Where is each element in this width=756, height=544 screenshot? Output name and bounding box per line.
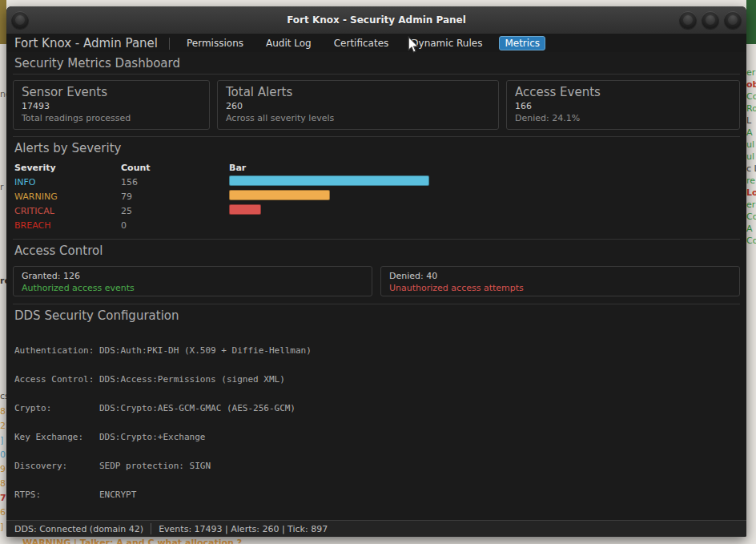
background-text-fragment: re (746, 176, 755, 186)
background-terminal-warning-text: WARNING | Talker: A and C what allocatio… (22, 538, 242, 544)
background-text-fragment: ] (0, 522, 3, 532)
desktop: { "desktop": { "bg_color": "#e9e6e1", "l… (0, 0, 756, 544)
access-control-section: Access Control Granted: 126 Authorized a… (13, 239, 740, 296)
background-text-fragment: ul (746, 152, 754, 162)
dashboard-title: Security Metrics Dashboard (13, 52, 740, 75)
metric-cards-row: Sensor Events 17493 Total readings proce… (13, 80, 740, 130)
info-bar (229, 175, 429, 186)
background-text-fragment: 8] (0, 407, 6, 417)
card-title: Total Alerts (226, 85, 490, 99)
background-text-fragment: A (746, 128, 753, 138)
tab-permissions[interactable]: Permissions (181, 36, 249, 50)
close-button[interactable] (724, 11, 742, 29)
minimize-button[interactable] (679, 11, 697, 29)
background-window-green-block (746, 0, 756, 44)
status-divider (151, 523, 151, 534)
background-text-fragment: 2] (0, 421, 6, 431)
dds-line: Access Control: DDS:Access:Permissions (… (14, 375, 738, 385)
metrics-content: Security Metrics Dashboard Sensor Events… (6, 52, 746, 521)
app-window: Fort Knox - Security Admin Panel Fort Kn… (6, 6, 746, 537)
severity-count: 79 (121, 191, 229, 202)
window-title: Fort Knox - Security Admin Panel (6, 6, 746, 34)
access-events-card: Access Events 166 Denied: 24.1% (506, 80, 740, 130)
access-cards-row: Granted: 126 Authorized access events De… (13, 266, 740, 296)
dds-line: Authentication: DDS:Auth:PKI-DH (X.509 +… (14, 346, 738, 356)
severity-table: Severity Count Bar INFO 156 WARNING 79 C… (14, 160, 738, 232)
background-window-gold-block (0, 0, 6, 44)
table-row-info: INFO 156 (14, 175, 738, 189)
status-counters: Events: 17493 | Alerts: 260 | Tick: 897 (159, 524, 328, 534)
card-value: 260 (226, 101, 490, 111)
background-text-fragment: er (746, 68, 755, 78)
tab-metrics[interactable]: Metrics (499, 36, 545, 50)
tab-dynamic-rules[interactable]: Dynamic Rules (405, 36, 488, 50)
severity-label: CRITICAL (14, 206, 121, 216)
background-text-fragment: ng (0, 90, 6, 99)
background-text-fragment: 7] (0, 494, 6, 503)
background-text-fragment: ul (746, 140, 754, 150)
right-edge-strip: erobCoRoLAululc LreLoerCoACo (746, 0, 756, 544)
card-title: Sensor Events (22, 85, 201, 99)
background-text-fragment: 6] (0, 508, 6, 518)
col-bar: Bar (229, 163, 738, 173)
background-text-fragment: Co (746, 92, 756, 102)
severity-count: 156 (121, 177, 229, 187)
background-text-fragment: 9] (0, 465, 6, 474)
maximize-button[interactable] (702, 11, 719, 29)
background-text-fragment: Co (746, 236, 756, 246)
denied-card: Denied: 40 Unauthorized access attempts (380, 266, 740, 296)
card-desc: Denied: 24.1% (515, 113, 731, 123)
nav-bar: Fort Knox - Admin Panel Permissions Audi… (6, 34, 746, 53)
severity-label: WARNING (14, 191, 121, 202)
granted-count: Granted: 126 (22, 271, 364, 281)
severity-label: INFO (14, 177, 121, 187)
dds-line: Key Exchange: DDS:Crypto:+Exchange (14, 433, 738, 442)
background-text-fragment: ] (0, 436, 3, 445)
severity-count: 0 (121, 220, 229, 231)
denied-count: Denied: 40 (389, 271, 731, 281)
table-row-breach: BREACH 0 (14, 218, 738, 232)
app-title: Fort Knox - Admin Panel (14, 36, 158, 50)
background-text-fragment: re (0, 276, 6, 286)
background-text-fragment: Co (746, 212, 756, 222)
col-count: Count (121, 163, 229, 173)
access-control-title: Access Control (13, 240, 740, 261)
severity-label: BREACH (14, 220, 121, 231)
background-text-fragment: cs (0, 392, 6, 401)
window-titlebar[interactable]: Fort Knox - Security Admin Panel (6, 6, 746, 34)
denied-desc: Unauthorized access attempts (389, 283, 731, 293)
dds-config-lines: Authentication: DDS:Auth:PKI-DH (X.509 +… (13, 326, 740, 524)
dds-connection-status: DDS: Connected (domain 42) (14, 524, 143, 534)
background-text-fragment: L (746, 116, 751, 126)
background-text-fragment: Lo (746, 188, 756, 198)
card-desc: Across all severity levels (226, 113, 490, 123)
critical-bar (229, 204, 261, 215)
dds-line: Discovery: SEDP protection: SIGN (14, 461, 738, 471)
background-text-fragment: 0] (0, 450, 6, 460)
left-edge-strip: ngrrecs8]2]]0]9]8]7]6]] (0, 0, 6, 544)
total-alerts-card: Total Alerts 260 Across all severity lev… (217, 80, 499, 130)
card-desc: Total readings processed (22, 113, 201, 123)
dds-config-title: DDS Security Configuration (13, 304, 740, 326)
tab-audit-log[interactable]: Audit Log (260, 36, 317, 50)
background-text-fragment: ob (746, 80, 756, 90)
dds-line: RTPS: ENCRYPT (14, 490, 738, 500)
alerts-title: Alerts by Severity (13, 137, 740, 159)
background-text-fragment: 8] (0, 479, 6, 489)
table-row-critical: CRITICAL 25 (14, 203, 738, 218)
card-value: 166 (515, 101, 731, 111)
granted-card: Granted: 126 Authorized access events (13, 266, 372, 296)
severity-count: 25 (121, 206, 229, 216)
card-value: 17493 (22, 101, 201, 111)
alerts-section: Alerts by Severity Severity Count Bar IN… (13, 136, 740, 232)
severity-table-header: Severity Count Bar (14, 160, 738, 175)
tab-certificates[interactable]: Certificates (328, 36, 395, 50)
card-title: Access Events (515, 85, 731, 99)
dds-line: Crypto: DDS:Crypto:AES-GCM-GMAC (AES-256… (14, 404, 738, 413)
background-text-fragment: Ro (746, 104, 756, 114)
background-text-fragment: A (746, 224, 753, 234)
granted-desc: Authorized access events (22, 283, 364, 293)
background-text-fragment: r (0, 183, 4, 192)
background-text-fragment: er (746, 200, 755, 210)
nav-divider (169, 38, 170, 50)
